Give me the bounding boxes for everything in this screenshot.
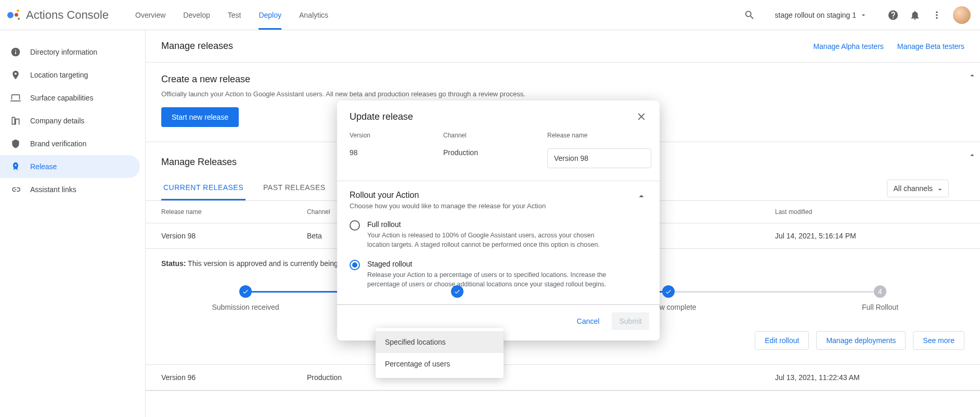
channel-value: Production — [443, 148, 521, 157]
rocket-icon — [10, 161, 21, 172]
dropdown-option-percentage[interactable]: Percentage of users — [376, 353, 504, 375]
channel-filter-select[interactable]: All channels — [887, 180, 949, 197]
page-header: Manage releases Manage Alpha testers Man… — [146, 30, 980, 62]
tab-current-releases[interactable]: Current releases — [161, 176, 246, 200]
sidebar-item-label: Assistant links — [30, 185, 76, 194]
rollout-section-subtitle: Choose how you would like to manage the … — [350, 202, 546, 210]
tab-develop[interactable]: Develop — [183, 0, 210, 30]
manage-deployments-button[interactable]: Manage deployments — [816, 331, 906, 350]
step-1-icon — [239, 285, 252, 298]
close-icon[interactable] — [636, 111, 647, 122]
step-3-icon — [662, 285, 675, 298]
update-release-dialog: Update release Version 98 Channel Produc… — [337, 100, 660, 340]
cell-release-name: Version 96 — [161, 373, 307, 382]
location-icon — [10, 70, 21, 80]
radio-full-rollout[interactable]: Full rollout Your Action is released to … — [350, 215, 647, 255]
submit-button[interactable]: Submit — [612, 312, 649, 330]
tab-overview[interactable]: Overview — [135, 0, 165, 30]
top-actions: stage rollout on staging 1 — [744, 6, 971, 24]
project-name: stage rollout on staging 1 — [775, 11, 856, 19]
dialog-title: Update release — [350, 111, 413, 122]
radio-icon — [350, 220, 360, 231]
devices-icon — [10, 93, 21, 103]
help-icon[interactable] — [887, 9, 899, 21]
create-release-title: Create a new release — [161, 74, 964, 85]
col-release-name: Release name — [161, 208, 307, 216]
dropdown-option-locations[interactable]: Specified locations — [376, 331, 504, 353]
sidebar-item-company[interactable]: Company details — [0, 109, 140, 132]
cell-release-name: Version 98 — [161, 232, 307, 240]
chevron-up-icon[interactable] — [636, 191, 647, 202]
rollout-section-title: Rollout your Action — [350, 191, 546, 200]
shield-icon — [10, 138, 21, 149]
chevron-up-icon[interactable] — [968, 71, 977, 80]
chevron-up-icon[interactable] — [968, 150, 977, 160]
radio-icon — [350, 260, 360, 270]
search-icon[interactable] — [744, 9, 755, 21]
radio-staged-title: Staged rollout — [367, 260, 617, 268]
notifications-icon[interactable] — [909, 9, 921, 21]
status-label: Status: — [161, 259, 186, 268]
sidebar-item-surface[interactable]: Surface capabilities — [0, 86, 140, 109]
more-vert-icon[interactable] — [931, 9, 943, 21]
col-last-modified: Last modified — [775, 208, 964, 216]
radio-full-desc: Your Action is released to 100% of Googl… — [367, 231, 617, 249]
tab-deploy[interactable]: Deploy — [259, 0, 281, 30]
cell-modified: Jul 14, 2021, 5:16:14 PM — [775, 232, 964, 240]
sidebar-item-directory[interactable]: Directory information — [0, 41, 140, 64]
nav-tabs: Overview Develop Test Deploy Analytics — [135, 0, 328, 30]
tab-analytics[interactable]: Analytics — [299, 0, 328, 30]
chevron-down-icon — [859, 11, 868, 19]
manage-alpha-link[interactable]: Manage Alpha testers — [813, 42, 883, 50]
tab-test[interactable]: Test — [228, 0, 241, 30]
sidebar-item-label: Surface capabilities — [30, 94, 93, 102]
sidebar-item-assistant-links[interactable]: Assistant links — [0, 178, 140, 201]
sidebar-item-release[interactable]: Release — [0, 155, 140, 178]
step-1-label: Submission received — [188, 303, 303, 311]
version-label: Version — [350, 132, 417, 139]
chevron-down-icon — [936, 185, 944, 194]
release-name-label: Release name — [547, 132, 651, 139]
version-value: 98 — [350, 148, 417, 157]
table-row[interactable]: Version 96 Production Jul 13, 2021, 11:2… — [146, 365, 980, 390]
sidebar-item-location[interactable]: Location targeting — [0, 64, 140, 86]
sidebar-item-label: Company details — [30, 117, 84, 125]
sidebar-item-label: Release — [30, 162, 57, 171]
logo-block: Actions Console — [0, 8, 135, 22]
channel-filter-value: All channels — [894, 184, 933, 193]
release-name-input[interactable] — [547, 148, 651, 168]
cancel-button[interactable]: Cancel — [570, 312, 607, 330]
building-icon — [10, 116, 21, 126]
assistant-logo-icon — [7, 8, 21, 22]
step-2-icon — [451, 285, 463, 298]
cell-modified: Jul 13, 2021, 11:22:43 AM — [775, 373, 964, 382]
top-bar: Actions Console Overview Develop Test De… — [0, 0, 980, 30]
tab-past-releases[interactable]: Past releases — [261, 176, 328, 200]
page-title: Manage releases — [161, 41, 233, 52]
sidebar: Directory information Location targeting… — [0, 30, 146, 417]
radio-staged-rollout[interactable]: Staged rollout Release your Action to a … — [350, 255, 647, 294]
create-release-subtitle: Officially launch your Action to Google … — [161, 90, 964, 98]
link-icon — [10, 184, 21, 195]
step-4-label: Full Rollout — [823, 303, 937, 311]
edit-rollout-button[interactable]: Edit rollout — [755, 331, 809, 350]
step-4-icon: 4 — [874, 285, 886, 298]
sidebar-item-label: Brand verification — [30, 140, 86, 148]
project-picker[interactable]: stage rollout on staging 1 — [775, 11, 868, 19]
radio-full-title: Full rollout — [367, 220, 617, 229]
product-name: Actions Console — [26, 8, 109, 22]
staged-rollout-dropdown: Specified locations Percentage of users — [376, 328, 504, 378]
see-more-button[interactable]: See more — [913, 331, 964, 350]
manage-beta-link[interactable]: Manage Beta testers — [897, 42, 964, 50]
radio-staged-desc: Release your Action to a percentage of u… — [367, 270, 617, 289]
channel-label: Channel — [443, 132, 521, 139]
sidebar-item-label: Directory information — [30, 48, 97, 56]
info-icon — [10, 47, 21, 57]
sidebar-item-brand[interactable]: Brand verification — [0, 132, 140, 155]
avatar[interactable] — [953, 6, 971, 24]
sidebar-item-label: Location targeting — [30, 71, 88, 79]
start-new-release-button[interactable]: Start new release — [161, 107, 239, 127]
